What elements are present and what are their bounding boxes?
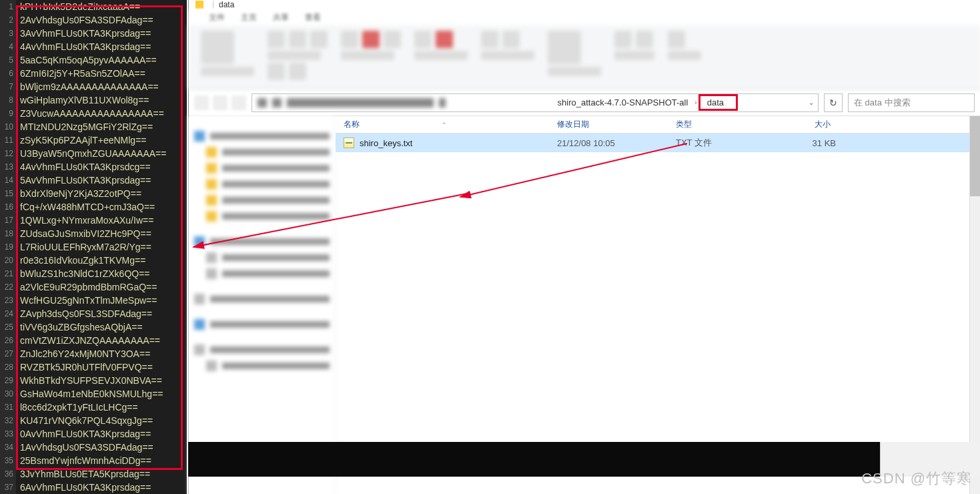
line-number: 13 xyxy=(0,160,16,174)
column-size[interactable]: 大小 xyxy=(776,119,836,130)
code-text: MTIzNDU2Nzg5MGFiY2RlZg== xyxy=(16,120,153,134)
line-number: 29 xyxy=(0,374,16,387)
editor-line[interactable]: 16fCq+/xW488hMTCD+cmJ3aQ== xyxy=(0,200,187,214)
line-number: 35 xyxy=(0,454,16,467)
editor-line[interactable]: 32KU471rVNQ6k7PQL4SqxgJg== xyxy=(0,414,187,427)
window-titlebar[interactable]: data xyxy=(189,0,980,9)
column-headers[interactable]: 名称 ⌃ 修改日期 类型 大小 xyxy=(336,116,980,134)
file-name: shiro_keys.txt xyxy=(360,138,412,148)
code-text: 4AvVhmFLUs0KTA3Kprsdag== xyxy=(16,40,151,53)
ribbon-toolbar[interactable] xyxy=(189,25,980,89)
editor-line[interactable]: 55aaC5qKm5oqA5pyvAAAAAA== xyxy=(0,53,187,67)
ribbon-tabs[interactable]: 文件主页共享查看 xyxy=(189,9,980,25)
line-number: 17 xyxy=(0,214,16,227)
editor-line[interactable]: 28RVZBTk5JR0hUTFlfV0FPVQ== xyxy=(0,360,187,374)
column-type[interactable]: 类型 xyxy=(676,119,776,130)
editor-line[interactable]: 3525BsmdYwjnfcWmnhAciDDg== xyxy=(0,454,187,467)
line-number: 26 xyxy=(0,334,16,347)
code-editor-panel: 1kPH+bIxk5D2deZiIxcaaaA==22AvVhdsgUs0FSA… xyxy=(0,0,187,494)
editor-line[interactable]: 15bXdrXl9eNjY2KjA3Z2otPQ== xyxy=(0,187,187,200)
editor-line[interactable]: 21bWluZS1hc3NldC1rZXk6QQ== xyxy=(0,267,187,280)
chevron-down-icon[interactable]: ⌄ xyxy=(809,99,814,106)
editor-line[interactable]: 27ZnJlc2h6Y24xMjM0NTY3OA== xyxy=(0,347,187,360)
code-text: ZnJlc2h6Y24xMjM0NTY3OA== xyxy=(16,347,150,360)
editor-line[interactable]: 171QWLxg+NYmxraMoxAXu/Iw== xyxy=(0,214,187,227)
editor-line[interactable]: 7bWljcm9zAAAAAAAAAAAAAA== xyxy=(0,80,187,93)
editor-line[interactable]: 31l8cc6d2xpkT1yFtLIcLHCg== xyxy=(0,401,187,414)
separator xyxy=(213,1,213,9)
line-number: 20 xyxy=(0,254,16,267)
line-number: 27 xyxy=(0,347,16,360)
editor-line[interactable]: 12U3ByaW5nQmxhZGUAAAAAAA== xyxy=(0,147,187,160)
editor-line[interactable]: 33AvVhmFLUs0KTA3Kprsdag== xyxy=(0,27,187,40)
vertical-scrollbar[interactable] xyxy=(969,116,980,494)
editor-line[interactable]: 8wGiHplamyXlVB11UXWol8g== xyxy=(0,93,187,107)
editor-line[interactable]: 341AvVhdsgUs0FSA3SDFAdag== xyxy=(0,441,187,454)
code-text: tiVV6g3uZBGfgshesAQbjA== xyxy=(16,320,143,334)
back-button[interactable] xyxy=(194,95,209,110)
column-name[interactable]: 名称 ⌃ xyxy=(344,119,557,130)
file-row[interactable]: shiro_keys.txt 21/12/08 10:05 TXT 文件 31 … xyxy=(336,134,980,152)
code-text: 6ZmI6I2j5Y+R5aSn5ZOlAA== xyxy=(16,67,145,80)
code-text: 6AvVhmFLUs0KTA3Kprsdag== xyxy=(16,481,151,494)
code-text: zSyK5Kp6PZAAjlT+eeNMlg== xyxy=(16,134,146,147)
editor-line[interactable]: 134AvVhmFLUs0KTA3Kprsdcg== xyxy=(0,160,187,174)
editor-line[interactable]: 44AvVhmFLUs0KTA3Kprsdag== xyxy=(0,40,187,53)
breadcrumb-segment-current[interactable]: data xyxy=(698,94,738,111)
line-number: 5 xyxy=(0,53,16,67)
breadcrumb-segment-parent[interactable]: shiro_attack-4.7.0-SNAPSHOT-all xyxy=(552,97,694,107)
editor-line[interactable]: 22a2VlcE9uR29pbmdBbmRGaQ== xyxy=(0,280,187,294)
editor-line[interactable]: 23WcfHGU25gNnTxTlmJMeSpw== xyxy=(0,294,187,307)
code-text: 0AvVhmFLUs0KTA3Kprsdag== xyxy=(16,427,151,441)
line-number: 30 xyxy=(0,387,16,401)
editor-line[interactable]: 18ZUdsaGJuSmxibVI2ZHc9PQ== xyxy=(0,227,187,240)
forward-button[interactable] xyxy=(213,95,227,110)
line-number: 28 xyxy=(0,360,16,374)
editor-line[interactable]: 30GsHaWo4m1eNbE0kNSMULhg== xyxy=(0,387,187,401)
editor-line[interactable]: 66ZmI6I2j5Y+R5aSn5ZOlAA== xyxy=(0,67,187,80)
address-breadcrumb[interactable]: shiro_attack-4.7.0-SNAPSHOT-all › data ⌄ xyxy=(252,93,819,112)
line-number: 25 xyxy=(0,320,16,334)
line-number: 1 xyxy=(0,0,16,13)
editor-line[interactable]: 11zSyK5Kp6PZAAjlT+eeNMlg== xyxy=(0,134,187,147)
editor-line[interactable]: 145AvVhmFLUs0KTA3Kprsdag== xyxy=(0,174,187,187)
search-input[interactable]: 在 data 中搜索 xyxy=(848,93,975,112)
editor-line[interactable]: 22AvVhdsgUs0FSA3SDFAdag== xyxy=(0,13,187,27)
code-text: a2VlcE9uR29pbmdBbmRGaQ== xyxy=(16,280,157,294)
line-number: 2 xyxy=(0,13,16,27)
bottom-right-pane xyxy=(880,442,980,477)
line-number: 15 xyxy=(0,187,16,200)
scrollbar-thumb[interactable] xyxy=(970,116,980,196)
line-number: 18 xyxy=(0,227,16,240)
code-text: 3JvYhmBLUs0ETA5Kprsdag== xyxy=(16,467,150,481)
code-text: KU471rVNQ6k7PQL4SqxgJg== xyxy=(16,414,153,427)
line-number: 14 xyxy=(0,174,16,187)
editor-line[interactable]: 24ZAvph3dsQs0FSL3SDFAdag== xyxy=(0,307,187,320)
editor-line[interactable]: 330AvVhmFLUs0KTA3Kprsdag== xyxy=(0,427,187,441)
refresh-button[interactable]: ↻ xyxy=(824,93,843,112)
editor-line[interactable]: 20r0e3c16IdVkouZgk1TKVMg== xyxy=(0,254,187,267)
nav-arrows[interactable] xyxy=(194,95,246,110)
column-date[interactable]: 修改日期 xyxy=(557,119,676,130)
chevron-right-icon: › xyxy=(693,99,698,106)
code-text: fCq+/xW488hMTCD+cmJ3aQ== xyxy=(16,200,155,214)
editor-line[interactable]: 376AvVhmFLUs0KTA3Kprsdag== xyxy=(0,481,187,494)
editor-line[interactable]: 19L7RioUULEFhRyxM7a2R/Yg== xyxy=(0,240,187,254)
line-number: 36 xyxy=(0,467,16,481)
editor-line[interactable]: 29WkhBTkdYSUFPSEVJX0NBVA== xyxy=(0,374,187,387)
line-number: 31 xyxy=(0,401,16,414)
line-number: 33 xyxy=(0,427,16,441)
up-button[interactable] xyxy=(231,95,246,110)
editor-line[interactable]: 25tiVV6g3uZBGfgshesAQbjA== xyxy=(0,320,187,334)
line-number: 34 xyxy=(0,441,16,454)
editor-line[interactable]: 1kPH+bIxk5D2deZiIxcaaaA== xyxy=(0,0,187,13)
search-placeholder: 在 data 中搜索 xyxy=(854,97,911,109)
editor-line[interactable]: 10MTIzNDU2Nzg5MGFiY2RlZg== xyxy=(0,120,187,134)
editor-line[interactable]: 363JvYhmBLUs0ETA5Kprsdag== xyxy=(0,467,187,481)
navigation-sidebar[interactable] xyxy=(189,116,336,494)
file-list-pane: 名称 ⌃ 修改日期 类型 大小 shiro_keys.txt 21/12/08 … xyxy=(336,116,980,494)
code-text: ZAvph3dsQs0FSL3SDFAdag== xyxy=(16,307,152,320)
editor-line[interactable]: 26cmVtZW1iZXJNZQAAAAAAAA== xyxy=(0,334,187,347)
editor-line[interactable]: 9Z3VucwAAAAAAAAAAAAAAAA== xyxy=(0,107,187,120)
file-size: 31 KB xyxy=(776,138,836,148)
